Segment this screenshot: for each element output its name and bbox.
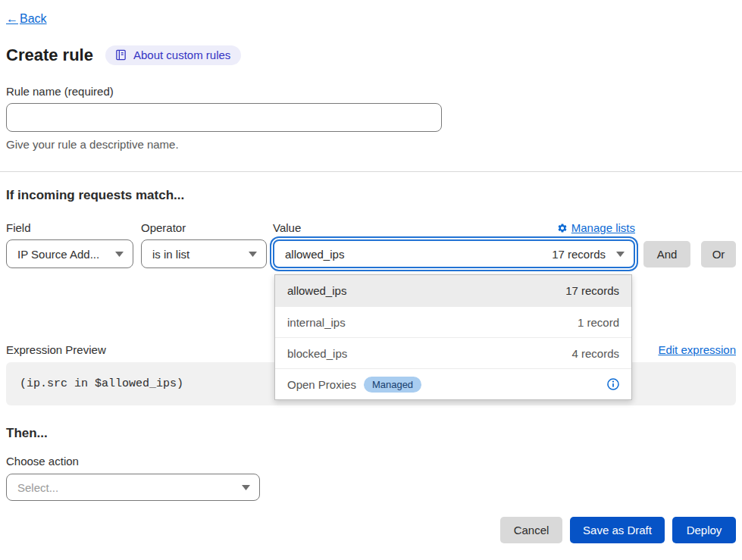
rule-name-label: Rule name (required) [6, 85, 736, 98]
operator-select[interactable]: is in list [141, 239, 267, 268]
field-label: Field [6, 221, 141, 234]
save-as-draft-button[interactable]: Save as Draft [570, 517, 665, 543]
list-item-name: blocked_ips [287, 347, 347, 360]
value-select-name: allowed_ips [285, 248, 344, 261]
chevron-down-icon [616, 252, 625, 257]
list-item-blocked-ips[interactable]: blocked_ips 4 records [275, 337, 631, 368]
value-dropdown-panel: allowed_ips 17 records internal_ips 1 re… [274, 274, 632, 400]
footer-actions: Cancel Save as Draft Deploy [6, 517, 736, 543]
list-item-name: allowed_ips [287, 284, 346, 297]
expression-preview-label: Expression Preview [6, 343, 106, 356]
operator-select-value: is in list [152, 248, 189, 261]
list-item-name: internal_ips [287, 316, 346, 329]
value-select[interactable]: allowed_ips 17 records [273, 239, 635, 268]
list-item-name: Open Proxies [287, 378, 356, 391]
operator-label: Operator [141, 221, 273, 234]
manage-lists-label: Manage lists [571, 221, 635, 234]
list-item-internal-ips[interactable]: internal_ips 1 record [275, 306, 631, 337]
list-item-count: 17 records [565, 284, 619, 297]
managed-badge: Managed [364, 377, 421, 393]
chevron-down-icon [249, 252, 257, 257]
rule-name-helper: Give your rule a descriptive name. [6, 138, 736, 151]
action-select[interactable]: Select... [6, 474, 260, 501]
info-icon[interactable] [607, 378, 619, 390]
back-arrow-icon: ← [6, 12, 18, 26]
page-header: Create rule About custom rules [6, 45, 736, 65]
gear-icon [557, 223, 568, 233]
action-select-placeholder: Select... [17, 481, 58, 494]
deploy-button[interactable]: Deploy [672, 517, 736, 543]
back-label: Back [20, 12, 47, 26]
edit-expression-link[interactable]: Edit expression [658, 343, 736, 356]
list-item-count: 4 records [571, 347, 619, 360]
back-link[interactable]: ←Back [6, 12, 47, 26]
value-label: Value [273, 221, 301, 234]
section-divider [0, 171, 742, 172]
value-select-count: 17 records [552, 248, 606, 261]
and-button[interactable]: And [643, 241, 690, 267]
rule-name-input[interactable] [6, 103, 442, 132]
expression-code: (ip.src in $allowed_ips) [20, 377, 183, 390]
list-item-allowed-ips[interactable]: allowed_ips 17 records [275, 275, 631, 306]
book-icon [114, 48, 127, 61]
match-section-heading: If incoming requests match... [6, 188, 736, 203]
page-title: Create rule [6, 45, 93, 65]
list-item-open-proxies[interactable]: Open Proxies Managed [275, 368, 631, 399]
field-select-value: IP Source Add... [17, 248, 99, 261]
match-labels-row: Field Operator Value Manage lists [6, 221, 736, 234]
about-custom-rules-label: About custom rules [133, 48, 230, 61]
then-section-heading: Then... [6, 426, 736, 441]
about-custom-rules-link[interactable]: About custom rules [105, 45, 241, 65]
chevron-down-icon [242, 485, 250, 490]
cancel-button[interactable]: Cancel [500, 517, 562, 543]
chevron-down-icon [115, 252, 124, 257]
manage-lists-link[interactable]: Manage lists [557, 221, 635, 234]
list-item-count: 1 record [578, 316, 619, 329]
choose-action-label: Choose action [6, 455, 736, 468]
value-select-wrapper: allowed_ips 17 records allowed_ips 17 re… [273, 239, 635, 268]
match-controls-row: IP Source Add... is in list allowed_ips … [6, 239, 736, 268]
or-button[interactable]: Or [701, 241, 736, 267]
field-select[interactable]: IP Source Add... [6, 239, 133, 268]
